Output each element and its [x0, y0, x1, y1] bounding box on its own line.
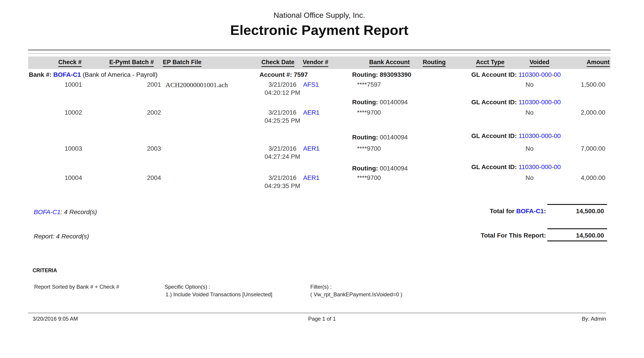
electronic-payment-report-page: National Office Supply, Inc. Electronic … — [0, 0, 644, 358]
row-check-time: 04:27:24 PM — [265, 153, 300, 160]
row-check-time: 04:29:35 PM — [265, 182, 300, 190]
report-total-underline — [547, 241, 607, 241]
row-check-date: 3/21/2016 — [268, 81, 296, 88]
routing-label: Routing: — [352, 134, 378, 141]
group-record-count: BOFA-C1: 4 Record(s) — [34, 209, 97, 216]
account-number-value: 7597 — [294, 71, 308, 78]
report-record-count: Report: 4 Record(s) — [34, 233, 89, 240]
criteria-filters-label: Filter(s) : — [310, 284, 332, 290]
total-for-colon: : — [544, 208, 546, 215]
gl-account-link[interactable]: 110300-000-00 — [518, 132, 561, 139]
row-check-date: 3/21/2016 — [268, 145, 296, 152]
row-batch-no: 2003 — [147, 145, 161, 152]
column-header-vendor-no: Vendor # — [303, 59, 328, 67]
subrow-gl-account: GL Account ID: 110300-000-00 — [471, 132, 561, 140]
column-header-epymt-batch: E-Pymt Batch # — [109, 59, 154, 67]
account-number-label: Account #: — [260, 71, 292, 78]
column-header-voided: Voided — [530, 59, 549, 67]
subrow-gl-account: GL Account ID: 110300-000-00 — [471, 163, 561, 171]
title-divider-light — [28, 53, 610, 54]
gl-account-label: GL Account ID: — [471, 71, 517, 78]
bank-group-header: Bank #: BOFA-C1 (Bank of America - Payro… — [29, 71, 158, 78]
routing-value: 893093390 — [380, 71, 411, 78]
column-header-ep-batch-file: EP Batch File — [163, 59, 202, 67]
row-voided: No — [526, 145, 534, 152]
row-check-no: 10003 — [64, 145, 82, 152]
subrow-routing: Routing: 00140094 — [352, 99, 408, 106]
bank-number-label: Bank #: — [29, 71, 52, 78]
row-amount: 7,000.00 — [581, 145, 605, 152]
row-check-no: 10002 — [64, 109, 82, 116]
bank-code-link[interactable]: BOFA-C1 — [53, 71, 81, 78]
row-vendor-link[interactable]: AER1 — [303, 174, 320, 182]
row-bank-account: ****9700 — [357, 109, 381, 116]
routing-value: 00140094 — [380, 134, 408, 141]
criteria-heading: CRITERIA — [32, 267, 57, 274]
row-batch-no: 2004 — [147, 174, 161, 182]
criteria-option-1: 1.) Include Voided Transactions [Unselec… — [166, 291, 272, 298]
footer-divider — [28, 312, 606, 313]
row-amount: 1,500.00 — [581, 81, 605, 88]
bank-account-number: Account #: 7597 — [260, 71, 308, 78]
row-check-date: 3/21/2016 — [268, 109, 296, 116]
row-check-time: 04:25:25 PM — [265, 117, 300, 124]
row-batch-no: 2001 — [147, 81, 161, 88]
group-total-amount: 14,500.00 — [576, 208, 604, 215]
row-check-date: 3/21/2016 — [268, 174, 296, 182]
gl-account-link[interactable]: 110300-000-00 — [518, 99, 561, 106]
routing-value: 00140094 — [380, 99, 408, 106]
row-amount: 2,000.00 — [581, 109, 605, 116]
row-bank-account: ****9700 — [357, 174, 381, 182]
row-batch-file: ACH20000001001.ach — [166, 81, 228, 89]
subrow-routing: Routing: 00140094 — [352, 165, 408, 172]
group-code-link[interactable]: BOFA-C1 — [34, 209, 60, 216]
gl-account-link[interactable]: 110300-000-00 — [518, 71, 561, 78]
gl-account-label: GL Account ID: — [471, 163, 517, 170]
row-vendor-link[interactable]: AFS1 — [303, 81, 319, 88]
bank-name: (Bank of America - Payroll) — [83, 71, 158, 78]
routing-label: Routing: — [352, 165, 378, 172]
criteria-sorted-by: Report Sorted by Bank # + Check # — [34, 284, 119, 290]
group-code-link[interactable]: BOFA-C1 — [516, 208, 544, 215]
column-header-routing: Routing — [423, 59, 446, 67]
group-records-text: : 4 Record(s) — [60, 209, 97, 216]
page-title: Electronic Payment Report — [230, 22, 408, 38]
row-check-no: 10004 — [64, 174, 82, 182]
gl-account-link[interactable]: 110300-000-00 — [518, 163, 561, 170]
routing-label: Routing: — [352, 99, 378, 106]
row-bank-account: ****7597 — [357, 81, 381, 88]
column-header-bank-account: Bank Account — [369, 59, 410, 67]
routing-value: 00140094 — [380, 165, 408, 172]
column-header-acct-type: Acct Type — [476, 59, 504, 67]
group-total-label: Total for BOFA-C1: — [490, 208, 546, 215]
row-bank-account: ****9700 — [357, 145, 381, 152]
gl-account-label: GL Account ID: — [471, 132, 517, 139]
title-divider-dark — [28, 50, 610, 50]
report-total-amount: 14,500.00 — [576, 232, 604, 239]
footer-page-number: Page 1 of 1 — [308, 316, 336, 322]
row-voided: No — [526, 174, 534, 182]
criteria-options-label: Specific Option(s) : — [164, 284, 210, 290]
column-header-check-date: Check Date — [261, 59, 294, 67]
footer-run-by: By: Admin — [582, 316, 606, 322]
row-vendor-link[interactable]: AER1 — [303, 145, 320, 152]
gl-account-label: GL Account ID: — [471, 99, 517, 106]
report-total-overline — [547, 228, 607, 229]
routing-label: Routing: — [352, 71, 378, 78]
subrow-routing: Routing: 00140094 — [352, 134, 408, 141]
subrow-gl-account: GL Account ID: 110300-000-00 — [471, 99, 561, 106]
total-for-prefix: Total for — [490, 208, 516, 215]
criteria-filter-1: ( Vw_rpt_BankEPayment.IsVoided=0 ) — [310, 291, 402, 298]
footer-generated-timestamp: 3/20/2016 9:05 AM — [32, 316, 78, 322]
row-voided: No — [526, 109, 534, 116]
column-header-amount: Amount — [587, 59, 610, 67]
row-batch-no: 2002 — [147, 109, 161, 116]
row-voided: No — [526, 81, 534, 88]
row-amount: 4,000.00 — [581, 174, 605, 182]
company-name: National Office Supply, Inc. — [274, 11, 365, 20]
row-vendor-link[interactable]: AER1 — [303, 109, 320, 116]
bank-routing: Routing: 893093390 — [352, 71, 411, 78]
row-check-no: 10001 — [64, 81, 82, 88]
group-total-overline — [547, 204, 607, 205]
bank-gl-account: GL Account ID: 110300-000-00 — [471, 71, 561, 78]
